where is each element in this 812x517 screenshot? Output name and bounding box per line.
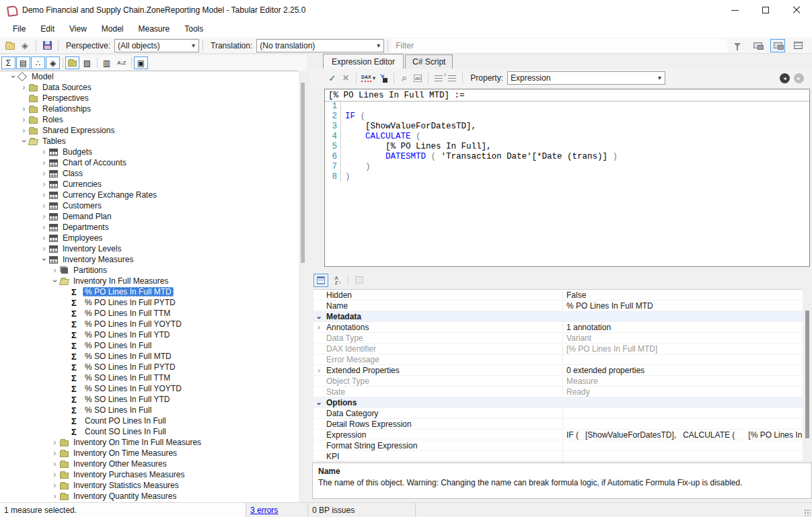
tree-item[interactable]: Inventory On Time In Full Measures [0, 437, 299, 448]
chevron-right-icon[interactable] [19, 84, 29, 91]
menu-item-tools[interactable]: Tools [177, 22, 211, 36]
property-row[interactable]: Annotations1 annotation [313, 322, 803, 333]
tree-item[interactable]: Class [0, 168, 299, 179]
tree-item[interactable]: Inventory Levels [0, 243, 299, 254]
tree-item[interactable]: % PO Lines In Full YTD [0, 329, 299, 340]
replace-button[interactable]: ab [411, 71, 425, 85]
menu-item-model[interactable]: Model [94, 22, 131, 36]
format-dax-button[interactable]: DAX ▾ [360, 71, 377, 85]
categorized-view-button[interactable] [313, 274, 328, 287]
tree-item[interactable]: % SO Lines In Full TTM [0, 372, 299, 383]
chevron-down-icon[interactable] [52, 276, 59, 286]
tab-expression-editor[interactable]: Expression Editor [323, 54, 404, 69]
tree-item[interactable]: Chart of Accounts [0, 157, 299, 168]
tree-item[interactable]: Inventory Purchases Measures [0, 469, 299, 480]
chevron-right-icon[interactable] [19, 106, 29, 112]
resize-grip[interactable] [804, 509, 811, 516]
chevron-right-icon[interactable] [50, 482, 60, 489]
tree-item[interactable]: Inventory Quantity Measures [0, 491, 299, 502]
tree-item[interactable]: % SO Lines In Full PYTD [0, 362, 299, 372]
tree-item[interactable]: Roles [0, 114, 299, 125]
filter-mode-button[interactable] [730, 39, 745, 52]
tree-item[interactable]: % SO Lines In Full [0, 405, 299, 415]
tree-item[interactable]: % SO Lines In Full YOYTD [0, 383, 299, 394]
chevron-right-icon[interactable] [50, 471, 60, 478]
dax-code-editor[interactable]: [% PO Lines In Full MTD] := 12345678 IF … [324, 89, 810, 267]
tree-item[interactable]: Perspectives [0, 93, 299, 104]
open-file-button[interactable] [3, 39, 17, 52]
property-row[interactable]: Detail Rows Expression [313, 419, 803, 430]
property-row[interactable]: Metadata [313, 311, 803, 322]
chevron-down-icon[interactable] [21, 136, 28, 147]
tree-item[interactable]: % SO Lines In Full MTD [0, 351, 299, 362]
maximize-button[interactable] [750, 0, 781, 20]
navigate-forward-button[interactable]: ► [794, 73, 804, 83]
chevron-right-icon[interactable] [19, 116, 29, 123]
show-measures-button[interactable]: Σ [1, 56, 15, 69]
open-from-database-button[interactable]: ◈ [17, 39, 32, 52]
chevron-right-icon[interactable] [50, 461, 60, 467]
navigate-back-button[interactable]: ◄ [780, 73, 790, 83]
code-lines[interactable]: IF ( [ShowValueForDatesTD], CALCULATE ( … [341, 102, 618, 182]
tab-csharp-script[interactable]: C# Script [405, 54, 453, 69]
property-row[interactable]: Error Message [313, 354, 803, 365]
property-value[interactable]: % PO Lines In Full MTD [563, 301, 803, 311]
property-row[interactable]: StateReady [313, 387, 803, 397]
find-button[interactable]: ⌕ [398, 71, 411, 85]
tree-item[interactable]: Demand Plan [0, 211, 299, 222]
close-button[interactable] [781, 0, 812, 20]
column-layout-button[interactable]: ▥ [100, 56, 114, 69]
tree-item[interactable]: Currencies [0, 179, 299, 190]
chevron-right-icon[interactable] [39, 202, 49, 209]
accept-edit-button[interactable]: ✓ [326, 71, 339, 85]
tree-item[interactable]: % PO Lines In Full YOYTD [0, 319, 299, 329]
tree-item[interactable]: Customers [0, 200, 299, 211]
property-row[interactable]: Options [313, 397, 803, 408]
translation-select[interactable]: (No translation) ▾ [256, 39, 384, 52]
tree-item[interactable]: % PO Lines In Full MTD [0, 286, 299, 297]
sort-alphabetically-button[interactable]: A↓Z [114, 56, 128, 69]
chevron-down-icon[interactable] [313, 398, 324, 407]
property-row[interactable]: ExpressionIF ( [ShowValueForDatesTD], CA… [313, 430, 803, 440]
perspective-select[interactable]: (All objects) ▾ [114, 39, 199, 52]
property-row[interactable]: Data TypeVariant [313, 333, 803, 344]
tree-item[interactable]: Shared Expressions [0, 125, 299, 136]
property-value[interactable]: Ready [563, 387, 803, 397]
menu-item-file[interactable]: File [5, 22, 33, 36]
chevron-right-icon[interactable] [39, 224, 49, 231]
chevron-right-icon[interactable] [39, 245, 49, 252]
property-pages-button[interactable] [352, 274, 367, 287]
tree-item[interactable]: % PO Lines In Full PYTD [0, 297, 299, 308]
property-grid-scrollbar[interactable] [803, 289, 812, 461]
menu-item-view[interactable]: View [62, 22, 94, 36]
tree-scrollbar[interactable] [299, 71, 307, 502]
property-row[interactable]: Name% PO Lines In Full MTD [313, 301, 803, 311]
property-value[interactable]: Measure [563, 376, 803, 386]
property-row[interactable]: KPI [313, 451, 803, 461]
cancel-edit-button[interactable]: ✕ [339, 71, 353, 85]
insert-snippet-button[interactable] [377, 71, 390, 85]
property-select[interactable]: Expression ▾ [507, 71, 665, 85]
tree-item[interactable]: % SO Lines In Full YTD [0, 394, 299, 405]
chevron-right-icon[interactable] [313, 323, 324, 332]
tree-item[interactable]: Inventory In Full Measures [0, 276, 299, 286]
tree-item[interactable]: Employees [0, 233, 299, 243]
chevron-right-icon[interactable] [39, 159, 49, 166]
chevron-down-icon[interactable] [41, 255, 48, 265]
chevron-right-icon[interactable] [39, 235, 49, 241]
tree-item[interactable]: Inventory Statistics Measures [0, 480, 299, 491]
tree-item[interactable]: Count SO Lines In Full [0, 426, 299, 437]
tree-item[interactable]: Tables [0, 136, 299, 147]
chevron-right-icon[interactable] [39, 149, 49, 155]
property-row[interactable]: Data Category [313, 408, 803, 419]
tree-item[interactable]: Inventory Other Measures [0, 459, 299, 469]
chevron-right-icon[interactable] [39, 170, 49, 177]
chevron-right-icon[interactable] [39, 192, 49, 198]
show-hidden-objects-button[interactable]: ▨ [80, 56, 94, 69]
details-view-button[interactable] [790, 39, 805, 52]
tree-item[interactable]: Count PO Lines In Full [0, 415, 299, 426]
property-value[interactable]: 0 extended properties [563, 366, 803, 375]
scrollbar-thumb[interactable] [805, 311, 809, 438]
minimize-button[interactable] [719, 0, 750, 20]
chevron-right-icon[interactable] [50, 450, 60, 456]
